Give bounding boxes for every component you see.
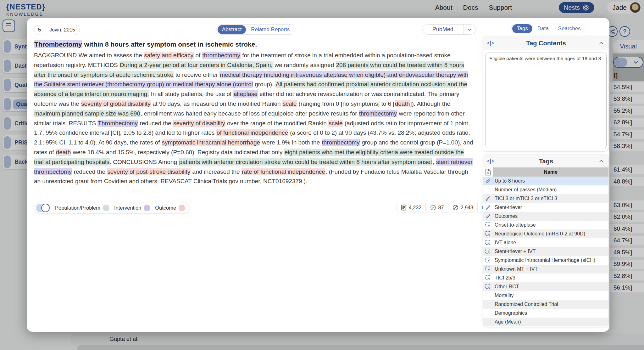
tag-rows: Up to 8 hours Number of passes (Median) … <box>483 177 608 326</box>
tag-name: Demographics <box>493 310 527 316</box>
highlight-population[interactable]: During a 2-year period at four centers i… <box>119 61 273 69</box>
tag-name: Symptomatic Intracranial Hemorrhage (sIC… <box>493 257 595 263</box>
tab-searches[interactable]: Searches <box>554 24 585 33</box>
source-select[interactable]: PubMed <box>422 24 476 35</box>
document-icon <box>401 205 407 211</box>
tag-name: Stent-triever <box>493 205 522 210</box>
highlight-population[interactable]: maximum planned sample size was 690 <box>34 110 141 117</box>
tags-table-header: Name <box>483 167 608 177</box>
view-tabs: AbstractRelated Reports <box>216 24 295 35</box>
abstract-text-segment: we randomly assigned <box>273 62 336 68</box>
tag-contents-header: Tag Contents <box>483 36 608 50</box>
highlight-outcome[interactable]: symptomatic intracranial hemorrhage <box>162 139 261 146</box>
abstract-text-segment: at 90 days, as measured on the modified … <box>151 100 282 107</box>
abstract-text-segment: were 1.9% in both the <box>260 139 321 146</box>
tag-row[interactable]: TICI 2b/3 <box>483 274 608 282</box>
tag-row[interactable]: Symptomatic Intracranial Hemorrhage (sIC… <box>483 256 608 265</box>
tag-name: Number of passes (Median) <box>493 187 557 193</box>
tag-name: Onset-to-alteplase <box>493 222 536 228</box>
legend-item: Population/Problem <box>55 205 109 211</box>
tag-row[interactable]: Onset-to-alteplase <box>483 221 608 229</box>
abstract-text-segment: , enrollment was halted early because of… <box>141 110 359 117</box>
tag-row[interactable]: Stent-triever <box>483 203 608 212</box>
highlight-toggle[interactable] <box>36 204 50 212</box>
tab-abstract[interactable]: Abstract <box>218 25 246 34</box>
app-root: {NESTED} KNOWLEDGE AboutDocsSupport Nest… <box>0 0 644 350</box>
select-area-icon <box>483 284 493 290</box>
tab-data[interactable]: Data <box>533 24 553 33</box>
select-area-icon <box>483 240 493 246</box>
tag-row[interactable]: Number of passes (Median) <box>483 185 608 194</box>
highlight-outcome[interactable]: safety and efficacy <box>144 52 194 59</box>
legend-label: Population/Problem <box>55 205 100 211</box>
tab-related-reports[interactable]: Related Reports <box>247 25 294 34</box>
highlight-outcome[interactable]: severity of post-stroke disability <box>107 168 191 175</box>
tag-row[interactable]: Outcomes <box>483 212 608 221</box>
resize-horizontal-icon[interactable] <box>487 40 494 46</box>
legend-label: Outcome <box>155 205 176 211</box>
highlight-outcome[interactable]: death <box>56 149 71 156</box>
abstract-text-segment: group). <box>253 81 275 88</box>
collapse-chevron-up-icon[interactable] <box>598 40 605 47</box>
select-area-icon <box>483 275 493 281</box>
highlight-outcome[interactable]: severity of global disability <box>81 100 151 107</box>
tag-row[interactable]: Neurological Outcome (mRS 0-2 at 90D) <box>483 229 608 238</box>
tag-row[interactable]: Unknown MT + IVT <box>483 265 608 274</box>
tag-row[interactable]: Up to 8 hours <box>483 177 608 185</box>
highlight-outcome[interactable]: scale <box>328 120 343 127</box>
resize-horizontal-icon[interactable] <box>487 158 494 164</box>
abstract-text-segment: BACKGROUND We aimed to assess the <box>34 52 144 59</box>
tag-name: Neurological Outcome (mRS 0-2 at 90D) <box>493 231 585 237</box>
tag-row[interactable]: Stent-triever + IVT <box>483 247 608 256</box>
highlight-outcome[interactable]: scale <box>282 100 297 107</box>
highlight-intervention[interactable]: thrombectomy <box>202 52 241 59</box>
select-area-icon <box>483 266 493 272</box>
tag-row[interactable]: IVT alone <box>483 238 608 247</box>
tag-row[interactable]: Age (Mean) <box>483 318 608 326</box>
abstract-text-segment: (ranging from 0 [no symptoms] to 6 [ <box>297 100 394 107</box>
pencil-icon <box>483 178 493 184</box>
stat-excluded: 2,943 <box>448 205 477 211</box>
abstract-body: BACKGROUND We aimed to assess the safety… <box>34 51 474 186</box>
legend-items: Population/Problem Intervention Outcome <box>55 205 185 211</box>
highlight-outcome[interactable]: severity of disability <box>173 120 225 127</box>
stat-total: 4,232 <box>397 205 425 211</box>
abstract-text-segment: . CONCLUSIONS Among <box>110 159 179 165</box>
tag-name: Stent-triever + IVT <box>493 249 536 254</box>
pencil-icon <box>483 196 493 201</box>
highlight-intervention[interactable]: Thrombectomy <box>97 120 138 127</box>
highlight-intervention[interactable]: Thrombectomy <box>34 40 82 48</box>
stat-excluded-value: 2,943 <box>461 205 473 211</box>
pencil-icon <box>483 205 493 210</box>
source-select-value: PubMed <box>423 26 463 33</box>
tag-name: Up to 8 hours <box>493 178 525 184</box>
highlight-population[interactable]: patients with anterior circulation strok… <box>179 158 432 166</box>
stat-total-value: 4,232 <box>409 205 421 211</box>
tags-name-column-header: Name <box>493 167 608 177</box>
highlight-outcome[interactable]: death <box>395 100 410 107</box>
legend-item: Outcome <box>155 205 185 211</box>
abstract-text-segment: and increased the <box>191 168 242 175</box>
highlight-intervention[interactable]: thrombectomy <box>322 139 360 146</box>
tag-row[interactable]: Randomized Controlled Trial <box>483 300 608 309</box>
collapse-chevron-up-icon[interactable] <box>598 158 605 165</box>
tag-name: Mortality <box>493 293 514 298</box>
tag-contents-textarea[interactable]: Eligible patients were between the ages … <box>486 53 607 148</box>
tag-row[interactable]: Demographics <box>483 309 608 318</box>
highlight-intervention[interactable]: alteplase <box>233 90 258 98</box>
tag-name: TICI 3 or mTICI 3 or eTICI 3 <box>493 196 557 201</box>
tag-name: IVT alone <box>493 240 516 246</box>
tag-row[interactable]: Other RCT <box>483 282 608 291</box>
tab-tags[interactable]: Tags <box>512 24 532 33</box>
abstract-title: Thrombectomy within 8 hours after sympto… <box>34 41 474 48</box>
chevron-down-icon <box>464 26 475 33</box>
highlight-outcome[interactable]: of functional independence <box>216 129 288 136</box>
abstract-text-segment: to receive either <box>174 71 220 78</box>
abstract-text-segment: of <box>194 52 202 59</box>
tag-row[interactable]: Mortality <box>483 291 608 300</box>
highlight-intervention[interactable]: thrombectomy <box>359 110 397 117</box>
abstract-text-segment: were 18.4% and 15.5%, respectively (P=0.… <box>71 149 284 155</box>
tag-row[interactable]: TICI 3 or mTICI 3 or eTICI 3 <box>483 194 608 203</box>
abstract-text-segment: reduced the <box>138 120 173 127</box>
highlight-outcome[interactable]: rate of functional independence <box>242 168 325 175</box>
